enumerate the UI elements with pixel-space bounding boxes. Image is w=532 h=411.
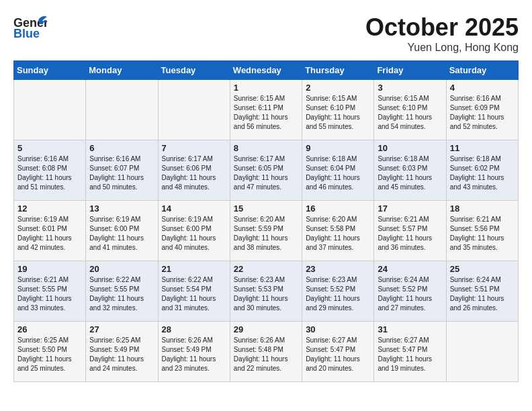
day-number: 25 <box>450 264 515 274</box>
calendar-cell: 28Sunrise: 6:26 AM Sunset: 5:49 PM Dayli… <box>158 322 230 382</box>
day-number: 30 <box>306 324 370 334</box>
cell-info: Sunrise: 6:25 AM Sunset: 5:50 PM Dayligh… <box>17 336 82 373</box>
cell-info: Sunrise: 6:20 AM Sunset: 5:59 PM Dayligh… <box>234 215 298 253</box>
calendar-cell <box>14 80 86 140</box>
day-number: 28 <box>162 324 226 334</box>
calendar-cell: 13Sunrise: 6:19 AM Sunset: 6:00 PM Dayli… <box>86 201 158 261</box>
cell-info: Sunrise: 6:16 AM Sunset: 6:08 PM Dayligh… <box>17 154 82 192</box>
day-number: 31 <box>378 324 442 334</box>
header-day-monday: Monday <box>86 61 158 80</box>
calendar-table: SundayMondayTuesdayWednesdayThursdayFrid… <box>13 60 519 382</box>
day-number: 21 <box>162 264 226 274</box>
header-day-wednesday: Wednesday <box>230 61 302 80</box>
calendar-cell: 9Sunrise: 6:18 AM Sunset: 6:04 PM Daylig… <box>302 140 374 201</box>
calendar-cell: 8Sunrise: 6:17 AM Sunset: 6:05 PM Daylig… <box>230 140 302 201</box>
cell-info: Sunrise: 6:18 AM Sunset: 6:04 PM Dayligh… <box>306 154 370 192</box>
calendar-cell: 4Sunrise: 6:16 AM Sunset: 6:09 PM Daylig… <box>446 80 518 140</box>
day-number: 29 <box>234 324 298 334</box>
day-number: 8 <box>234 143 298 153</box>
header-day-saturday: Saturday <box>446 61 518 80</box>
cell-info: Sunrise: 6:19 AM Sunset: 6:01 PM Dayligh… <box>17 215 82 253</box>
cell-info: Sunrise: 6:18 AM Sunset: 6:02 PM Dayligh… <box>450 154 515 192</box>
calendar-cell: 20Sunrise: 6:22 AM Sunset: 5:55 PM Dayli… <box>86 261 158 322</box>
calendar-week-row: 12Sunrise: 6:19 AM Sunset: 6:01 PM Dayli… <box>14 201 519 261</box>
cell-info: Sunrise: 6:24 AM Sunset: 5:51 PM Dayligh… <box>450 275 515 313</box>
cell-info: Sunrise: 6:26 AM Sunset: 5:49 PM Dayligh… <box>162 336 226 373</box>
location: Yuen Long, Hong Kong <box>365 42 519 54</box>
cell-info: Sunrise: 6:15 AM Sunset: 6:10 PM Dayligh… <box>378 94 442 132</box>
cell-info: Sunrise: 6:26 AM Sunset: 5:48 PM Dayligh… <box>234 336 298 373</box>
day-number: 13 <box>89 203 154 214</box>
logo: General Blue <box>13 13 47 40</box>
calendar-cell: 5Sunrise: 6:16 AM Sunset: 6:08 PM Daylig… <box>14 140 86 201</box>
calendar-cell: 11Sunrise: 6:18 AM Sunset: 6:02 PM Dayli… <box>446 140 518 201</box>
cell-info: Sunrise: 6:25 AM Sunset: 5:49 PM Dayligh… <box>89 336 154 373</box>
day-number: 10 <box>378 143 442 153</box>
day-number: 24 <box>378 264 442 274</box>
header-day-sunday: Sunday <box>14 61 86 80</box>
day-number: 19 <box>17 264 82 274</box>
calendar-cell <box>158 80 230 140</box>
calendar-cell: 23Sunrise: 6:23 AM Sunset: 5:52 PM Dayli… <box>302 261 374 322</box>
calendar-cell: 31Sunrise: 6:27 AM Sunset: 5:47 PM Dayli… <box>374 322 446 382</box>
day-number: 26 <box>17 324 82 334</box>
cell-info: Sunrise: 6:16 AM Sunset: 6:07 PM Dayligh… <box>89 154 154 192</box>
cell-info: Sunrise: 6:18 AM Sunset: 6:03 PM Dayligh… <box>378 154 442 192</box>
calendar-cell: 26Sunrise: 6:25 AM Sunset: 5:50 PM Dayli… <box>14 322 86 382</box>
calendar-cell: 14Sunrise: 6:19 AM Sunset: 6:00 PM Dayli… <box>158 201 230 261</box>
calendar-cell: 30Sunrise: 6:27 AM Sunset: 5:47 PM Dayli… <box>302 322 374 382</box>
cell-info: Sunrise: 6:20 AM Sunset: 5:58 PM Dayligh… <box>306 215 370 253</box>
calendar-cell: 22Sunrise: 6:23 AM Sunset: 5:53 PM Dayli… <box>230 261 302 322</box>
month-title: October 2025 <box>365 13 519 42</box>
calendar-cell: 19Sunrise: 6:21 AM Sunset: 5:55 PM Dayli… <box>14 261 86 322</box>
cell-info: Sunrise: 6:16 AM Sunset: 6:09 PM Dayligh… <box>450 94 515 132</box>
header-day-thursday: Thursday <box>302 61 374 80</box>
calendar-cell: 29Sunrise: 6:26 AM Sunset: 5:48 PM Dayli… <box>230 322 302 382</box>
calendar-cell: 27Sunrise: 6:25 AM Sunset: 5:49 PM Dayli… <box>86 322 158 382</box>
day-number: 17 <box>378 203 442 214</box>
cell-info: Sunrise: 6:21 AM Sunset: 5:56 PM Dayligh… <box>450 215 515 253</box>
calendar-cell: 1Sunrise: 6:15 AM Sunset: 6:11 PM Daylig… <box>230 80 302 140</box>
day-number: 16 <box>306 203 370 214</box>
day-number: 3 <box>378 83 442 93</box>
page-header: General Blue October 2025 Yuen Long, Hon… <box>13 13 519 54</box>
cell-info: Sunrise: 6:17 AM Sunset: 6:06 PM Dayligh… <box>162 154 226 192</box>
svg-text:Blue: Blue <box>13 27 40 40</box>
cell-info: Sunrise: 6:17 AM Sunset: 6:05 PM Dayligh… <box>234 154 298 192</box>
logo-icon: General Blue <box>13 13 47 40</box>
calendar-header-row: SundayMondayTuesdayWednesdayThursdayFrid… <box>14 61 519 80</box>
day-number: 2 <box>306 83 370 93</box>
calendar-week-row: 19Sunrise: 6:21 AM Sunset: 5:55 PM Dayli… <box>14 261 519 322</box>
cell-info: Sunrise: 6:27 AM Sunset: 5:47 PM Dayligh… <box>378 336 442 373</box>
calendar-cell: 17Sunrise: 6:21 AM Sunset: 5:57 PM Dayli… <box>374 201 446 261</box>
calendar-cell: 18Sunrise: 6:21 AM Sunset: 5:56 PM Dayli… <box>446 201 518 261</box>
cell-info: Sunrise: 6:22 AM Sunset: 5:54 PM Dayligh… <box>162 275 226 313</box>
day-number: 12 <box>17 203 82 214</box>
day-number: 4 <box>450 83 515 93</box>
calendar-week-row: 26Sunrise: 6:25 AM Sunset: 5:50 PM Dayli… <box>14 322 519 382</box>
cell-info: Sunrise: 6:21 AM Sunset: 5:55 PM Dayligh… <box>17 275 82 313</box>
calendar-cell: 2Sunrise: 6:15 AM Sunset: 6:10 PM Daylig… <box>302 80 374 140</box>
calendar-cell: 15Sunrise: 6:20 AM Sunset: 5:59 PM Dayli… <box>230 201 302 261</box>
day-number: 1 <box>234 83 298 93</box>
cell-info: Sunrise: 6:15 AM Sunset: 6:11 PM Dayligh… <box>234 94 298 132</box>
calendar-cell: 10Sunrise: 6:18 AM Sunset: 6:03 PM Dayli… <box>374 140 446 201</box>
calendar-cell: 16Sunrise: 6:20 AM Sunset: 5:58 PM Dayli… <box>302 201 374 261</box>
day-number: 27 <box>89 324 154 334</box>
day-number: 23 <box>306 264 370 274</box>
calendar-cell: 21Sunrise: 6:22 AM Sunset: 5:54 PM Dayli… <box>158 261 230 322</box>
cell-info: Sunrise: 6:19 AM Sunset: 6:00 PM Dayligh… <box>162 215 226 253</box>
day-number: 6 <box>89 143 154 153</box>
day-number: 20 <box>89 264 154 274</box>
cell-info: Sunrise: 6:21 AM Sunset: 5:57 PM Dayligh… <box>378 215 442 253</box>
calendar-cell: 24Sunrise: 6:24 AM Sunset: 5:52 PM Dayli… <box>374 261 446 322</box>
cell-info: Sunrise: 6:19 AM Sunset: 6:00 PM Dayligh… <box>89 215 154 253</box>
cell-info: Sunrise: 6:23 AM Sunset: 5:53 PM Dayligh… <box>234 275 298 313</box>
cell-info: Sunrise: 6:15 AM Sunset: 6:10 PM Dayligh… <box>306 94 370 132</box>
calendar-cell: 3Sunrise: 6:15 AM Sunset: 6:10 PM Daylig… <box>374 80 446 140</box>
header-day-tuesday: Tuesday <box>158 61 230 80</box>
day-number: 11 <box>450 143 515 153</box>
calendar-cell: 6Sunrise: 6:16 AM Sunset: 6:07 PM Daylig… <box>86 140 158 201</box>
calendar-cell: 25Sunrise: 6:24 AM Sunset: 5:51 PM Dayli… <box>446 261 518 322</box>
calendar-week-row: 5Sunrise: 6:16 AM Sunset: 6:08 PM Daylig… <box>14 140 519 201</box>
